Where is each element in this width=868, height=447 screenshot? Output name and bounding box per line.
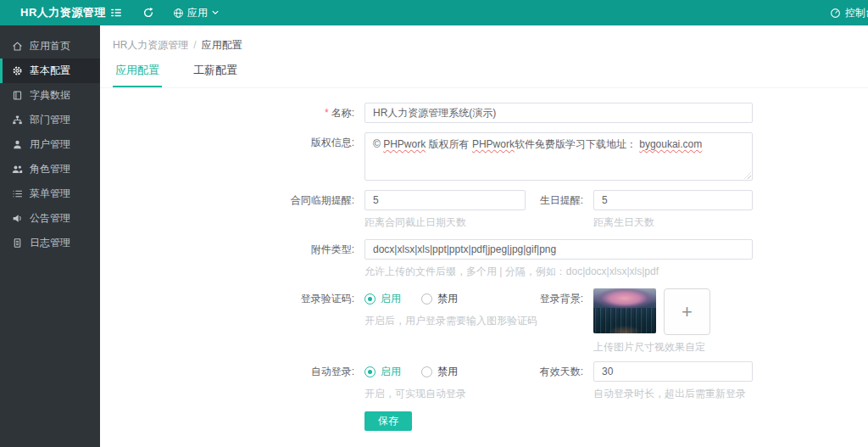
sidebar-item-label: 字典数据 <box>30 88 70 103</box>
birthday-reminder-input[interactable] <box>593 190 753 210</box>
radio-dot-icon <box>421 293 432 305</box>
attachment-types-label: 附件类型: <box>100 239 364 260</box>
book-icon <box>11 90 23 102</box>
breadcrumb-separator: / <box>193 39 196 51</box>
name-field-label: *名称: <box>100 103 364 123</box>
auto-login-help: 开启，可实现自动登录 <box>364 387 526 401</box>
top-bar: HR人力资源管理 应用 控制台 <box>0 0 868 25</box>
auto-login-radio-group: 启用 禁用 <box>364 361 526 382</box>
list-icon <box>11 188 23 200</box>
app-menu[interactable]: 应用 <box>164 0 228 25</box>
sitemap-icon <box>11 115 23 126</box>
sidebar-item-label: 应用首页 <box>30 39 70 53</box>
console-gauge-icon <box>830 8 841 19</box>
home-icon <box>11 41 23 53</box>
globe-icon <box>173 8 184 19</box>
breadcrumb-current: 应用配置 <box>202 39 242 51</box>
sidebar-item-department-mgmt[interactable]: 部门管理 <box>0 108 100 132</box>
login-background-label: 登录背景: <box>526 288 593 309</box>
valid-days-label: 有效天数: <box>526 361 593 382</box>
autologin-enable-radio[interactable]: 启用 <box>364 365 401 379</box>
birthday-reminder-help: 距离生日天数 <box>593 215 753 230</box>
captcha-enable-radio[interactable]: 启用 <box>364 292 401 306</box>
sidebar-item-label: 用户管理 <box>30 137 70 152</box>
refresh-icon <box>142 7 154 19</box>
login-background-thumbnail[interactable] <box>593 288 656 333</box>
refresh-button[interactable] <box>132 0 164 25</box>
autologin-disable-radio[interactable]: 禁用 <box>421 365 458 379</box>
copyright-textarea[interactable]: © PHPwork 版权所有 PHPwork软件免费版学习下载地址： bygou… <box>364 132 753 181</box>
sidebar-item-announcement-mgmt[interactable]: 公告管理 <box>0 206 100 231</box>
breadcrumb-parent[interactable]: HR人力资源管理 <box>113 39 188 51</box>
sidebar-item-app-home[interactable]: 应用首页 <box>0 34 100 59</box>
upload-image-button[interactable]: + <box>664 288 710 335</box>
contract-reminder-label: 合同临期提醒: <box>100 190 364 210</box>
sidebar-item-user-mgmt[interactable]: 用户管理 <box>0 132 100 157</box>
captcha-disable-radio[interactable]: 禁用 <box>421 292 458 306</box>
tab-salary-config[interactable]: 工薪配置 <box>191 63 240 87</box>
attachment-types-input[interactable] <box>364 239 753 260</box>
login-captcha-help: 开启后，用户登录需要输入图形验证码 <box>364 314 526 328</box>
copyright-text-misspelled: PHPwork <box>383 138 426 150</box>
console-label: 控制台 <box>845 6 868 20</box>
login-captcha-radio-group: 启用 禁用 <box>364 288 526 309</box>
save-button[interactable]: 保存 <box>364 411 412 431</box>
app-menu-label: 应用 <box>187 6 208 20</box>
attachment-types-help: 允许上传的文件后缀，多个用 | 分隔，例如：doc|docx|xlsx|xls|… <box>364 265 753 279</box>
sidebar-item-dictionary-data[interactable]: 字典数据 <box>0 83 100 108</box>
valid-days-help: 自动登录时长，超出后需重新登录 <box>593 387 753 401</box>
birthday-reminder-label: 生日提醒: <box>526 190 593 210</box>
sidebar-item-label: 菜单管理 <box>30 187 70 201</box>
login-background-help: 上传图片尺寸视效果自定 <box>593 340 710 355</box>
copyright-text: 软件免费版学习下载地址： <box>515 138 639 150</box>
sidebar-item-label: 角色管理 <box>30 162 70 176</box>
app-title: HR人力资源管理 <box>0 5 100 20</box>
sidebar-item-label: 公告管理 <box>30 211 70 226</box>
breadcrumb: HR人力资源管理/应用配置 <box>100 25 868 53</box>
config-form: *名称: 版权信息: © PHPwork 版权所有 PHPwork软件免费版学习… <box>100 103 868 431</box>
user-icon <box>11 139 23 151</box>
copyright-text: 版权所有 <box>426 138 472 150</box>
contract-reminder-help: 距离合同截止日期天数 <box>364 215 526 230</box>
log-icon <box>11 237 23 249</box>
tab-app-config[interactable]: 应用配置 <box>113 63 162 87</box>
radio-dot-icon <box>421 366 432 377</box>
sidebar-item-log-mgmt[interactable]: 日志管理 <box>0 231 100 255</box>
chevron-down-icon <box>211 8 220 17</box>
sidebar-item-label: 部门管理 <box>30 113 70 127</box>
main-content: HR人力资源管理/应用配置 应用配置 工薪配置 *名称: 版权信息: © PHP… <box>100 25 868 447</box>
sidebar-item-label: 基本配置 <box>30 64 70 78</box>
textarea-resize-handle[interactable] <box>744 172 751 179</box>
sidebar-item-menu-mgmt[interactable]: 菜单管理 <box>0 182 100 206</box>
gear-icon <box>11 65 23 77</box>
sidebar-item-role-mgmt[interactable]: 角色管理 <box>0 157 100 182</box>
sidebar-collapse-button[interactable] <box>100 0 132 25</box>
copyright-text: © <box>373 138 383 150</box>
copyright-text-misspelled: PHPwork <box>472 138 515 150</box>
contract-reminder-input[interactable] <box>364 190 526 210</box>
sidebar-item-basic-config[interactable]: 基本配置 <box>0 59 100 83</box>
collapse-menu-icon <box>110 7 122 19</box>
plus-icon: + <box>682 303 693 321</box>
auto-login-label: 自动登录: <box>100 361 364 382</box>
copyright-text-misspelled: bygoukai.com <box>639 138 702 150</box>
users-icon <box>11 164 23 176</box>
copyright-field-label: 版权信息: <box>100 132 364 153</box>
name-input[interactable] <box>364 103 753 123</box>
tab-bar: 应用配置 工薪配置 <box>100 63 868 88</box>
sidebar-item-label: 日志管理 <box>30 236 70 250</box>
console-link[interactable]: 控制台 <box>830 6 868 20</box>
speaker-icon <box>11 213 23 225</box>
sidebar: 应用首页 基本配置 字典数据 部门管理 用户管理 角色管理 菜单管理 <box>0 25 100 447</box>
radio-dot-icon <box>364 366 376 377</box>
required-mark: * <box>325 107 329 119</box>
radio-dot-icon <box>364 293 376 305</box>
login-captcha-label: 登录验证码: <box>100 288 364 309</box>
valid-days-input[interactable] <box>593 361 753 382</box>
